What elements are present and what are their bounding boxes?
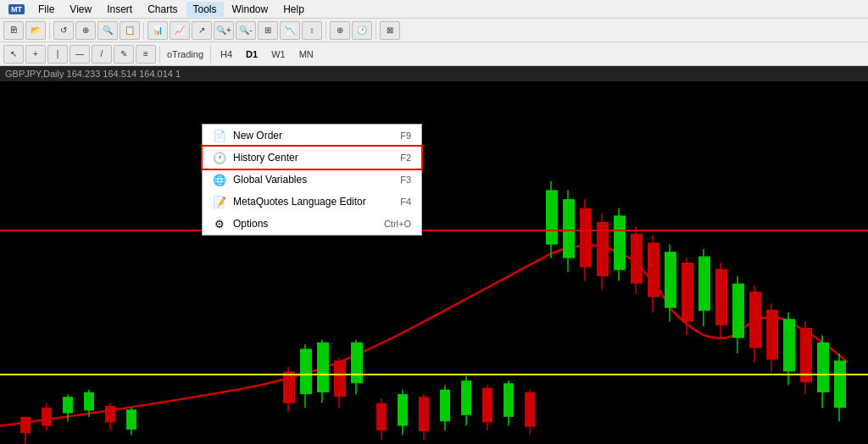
svg-rect-27 <box>563 199 575 258</box>
svg-rect-65 <box>419 397 429 431</box>
new-order-shortcut: F9 <box>400 130 411 141</box>
svg-rect-15 <box>283 371 295 402</box>
svg-rect-59 <box>834 361 846 408</box>
global-variables-shortcut: F3 <box>400 175 411 185</box>
btn-f[interactable]: ↕ <box>302 21 322 40</box>
add-button[interactable]: ⊕ <box>75 21 96 40</box>
options-icon: ⚙ <box>213 217 226 230</box>
menu-help[interactable]: Help <box>276 2 311 17</box>
menu-item-metaquotes-editor[interactable]: 📝 MetaQuotes Language Editor F4 <box>203 191 421 213</box>
tools-dropdown-menu: 📄 New Order F9 🕐 History Center F2 🌐 Glo… <box>202 124 422 236</box>
hline-tool[interactable]: — <box>70 45 90 64</box>
svg-rect-23 <box>351 342 363 383</box>
chart-symbol-title: GBPJPY,Daily 164.233 164.514 164.014 1 <box>5 69 181 79</box>
menu-item-history-center[interactable]: 🕐 History Center F2 <box>203 147 421 169</box>
menu-insert[interactable]: Insert <box>100 2 139 17</box>
new-order-label: New Order <box>233 130 282 142</box>
new-order-icon: 📄 <box>213 129 226 142</box>
btn-g[interactable]: ⊕ <box>330 21 350 40</box>
menu-item-options[interactable]: ⚙ Options Ctrl+O <box>203 213 421 235</box>
menu-window[interactable]: Window <box>225 2 275 17</box>
svg-rect-61 <box>376 403 387 430</box>
svg-rect-9 <box>84 392 94 410</box>
svg-rect-35 <box>631 234 643 284</box>
svg-rect-49 <box>749 291 761 347</box>
svg-rect-71 <box>482 388 492 423</box>
trendline-tool[interactable]: / <box>92 45 112 64</box>
svg-rect-11 <box>105 406 115 422</box>
btn-h[interactable]: ⊠ <box>380 21 400 40</box>
logo-area: MT <box>3 4 30 14</box>
menu-charts[interactable]: Charts <box>141 2 184 17</box>
sep3 <box>326 22 326 39</box>
menu-item-new-order[interactable]: 📄 New Order F9 <box>203 125 421 147</box>
draw-tool[interactable]: ✎ <box>114 45 134 64</box>
history-center-shortcut: F2 <box>400 153 411 163</box>
menu-item-global-variables[interactable]: 🌐 Global Variables F3 <box>203 169 421 191</box>
svg-rect-69 <box>461 380 471 415</box>
toolbar-row-1: 🖹 📂 ↺ ⊕ 🔍 📋 📊 📈 ↗ 🔍+ 🔍- ⊞ 📉 ↕ ⊕ 🕐 ⊠ <box>0 19 868 42</box>
svg-rect-0 <box>0 81 868 444</box>
svg-rect-37 <box>648 242 659 297</box>
svg-rect-41 <box>682 263 693 322</box>
svg-rect-47 <box>732 284 744 338</box>
yellow-line <box>0 374 868 375</box>
svg-rect-25 <box>546 190 558 244</box>
copy-button[interactable]: 📋 <box>120 21 140 40</box>
svg-rect-13 <box>126 409 136 430</box>
btn-zoom-in[interactable]: 🔍+ <box>214 21 234 40</box>
tf-h4[interactable]: H4 <box>214 47 238 62</box>
history-center-label: History Center <box>233 152 298 164</box>
chart-container[interactable]: 📄 New Order F9 🕐 History Center F2 🌐 Glo… <box>0 81 868 444</box>
sep6 <box>210 46 211 63</box>
global-variables-icon: 🌐 <box>213 173 226 186</box>
menu-bar: MT File View Insert Charts Tools Window … <box>0 0 868 19</box>
svg-rect-51 <box>766 310 778 360</box>
open-button[interactable]: 📂 <box>25 21 46 40</box>
zoom-button[interactable]: 🔍 <box>97 21 118 40</box>
cursor-tool[interactable]: ↖ <box>3 45 24 64</box>
app-logo: MT <box>8 4 25 14</box>
btn-d[interactable]: ⊞ <box>258 21 278 40</box>
sep2 <box>143 22 144 39</box>
tf-mn[interactable]: MN <box>293 47 320 62</box>
main-window: MT File View Insert Charts Tools Window … <box>0 0 868 444</box>
chart-title-bar: GBPJPY,Daily 164.233 164.514 164.014 1 <box>0 66 868 81</box>
sep4 <box>376 22 376 39</box>
btn-a[interactable]: 📊 <box>147 21 168 40</box>
menu-tools[interactable]: Tools <box>186 2 224 17</box>
sep5 <box>159 46 160 63</box>
btn-clock[interactable]: 🕐 <box>352 21 372 40</box>
options-shortcut: Ctrl+O <box>384 219 411 229</box>
btn-e[interactable]: 📉 <box>280 21 300 40</box>
crosshair-tool[interactable]: + <box>25 45 46 64</box>
svg-rect-45 <box>715 269 727 325</box>
tf-d1[interactable]: D1 <box>240 47 264 62</box>
toolbar-row-2: ↖ + | — / ✎ ≡ oTrading H4 D1 W1 MN <box>0 42 868 66</box>
svg-rect-63 <box>398 394 408 425</box>
svg-rect-21 <box>334 361 346 397</box>
svg-rect-73 <box>504 383 514 417</box>
timeframe-tabs: H4 D1 W1 MN <box>214 47 320 62</box>
menu-view[interactable]: View <box>63 2 98 17</box>
global-variables-label: Global Variables <box>233 174 307 186</box>
btn-b[interactable]: 📈 <box>170 21 190 40</box>
svg-rect-29 <box>580 208 592 268</box>
text-tool[interactable]: ≡ <box>136 45 156 64</box>
svg-rect-7 <box>63 397 73 413</box>
chart-svg <box>0 81 868 444</box>
btn-zoom-out[interactable]: 🔍- <box>236 21 256 40</box>
svg-rect-5 <box>42 408 52 425</box>
svg-rect-57 <box>817 342 829 392</box>
svg-rect-2 <box>20 417 31 433</box>
new-chart-button[interactable]: 🖹 <box>3 21 24 40</box>
svg-rect-33 <box>614 215 626 269</box>
tf-w1[interactable]: W1 <box>265 47 292 62</box>
refresh-button[interactable]: ↺ <box>53 21 74 40</box>
btn-c[interactable]: ↗ <box>192 21 212 40</box>
red-line-top <box>0 230 868 231</box>
svg-rect-67 <box>440 390 450 421</box>
vline-tool[interactable]: | <box>47 45 68 64</box>
svg-rect-43 <box>698 257 710 311</box>
menu-file[interactable]: File <box>31 2 61 17</box>
